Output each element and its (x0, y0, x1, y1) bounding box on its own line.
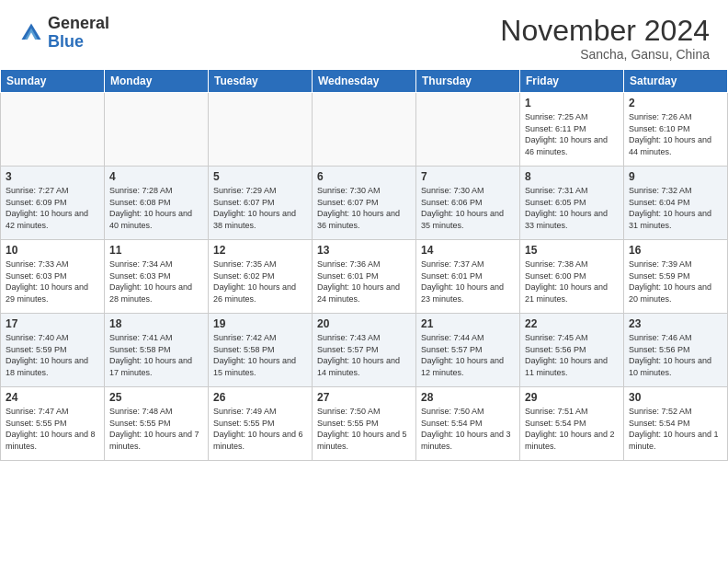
day-info: Sunrise: 7:49 AMSunset: 5:55 PMDaylight:… (213, 406, 307, 452)
calendar-cell: 11Sunrise: 7:34 AMSunset: 6:03 PMDayligh… (105, 240, 209, 314)
calendar-cell: 17Sunrise: 7:40 AMSunset: 5:59 PMDayligh… (1, 314, 105, 387)
day-number: 5 (213, 170, 307, 183)
calendar-cell: 25Sunrise: 7:48 AMSunset: 5:55 PMDayligh… (105, 387, 209, 461)
calendar-cell: 27Sunrise: 7:50 AMSunset: 5:55 PMDayligh… (313, 387, 416, 461)
title-block: November 2024 Sancha, Gansu, China (500, 15, 710, 62)
day-number: 22 (525, 317, 619, 330)
day-number: 3 (6, 170, 99, 183)
calendar-cell: 8Sunrise: 7:31 AMSunset: 6:05 PMDaylight… (520, 167, 624, 240)
calendar-cell (105, 93, 209, 167)
day-number: 4 (109, 170, 203, 183)
day-number: 19 (213, 317, 307, 330)
day-number: 17 (6, 317, 99, 330)
day-number: 28 (421, 391, 515, 404)
calendar-cell: 7Sunrise: 7:30 AMSunset: 6:06 PMDaylight… (416, 167, 520, 240)
day-info: Sunrise: 7:30 AMSunset: 6:07 PMDaylight:… (317, 185, 411, 231)
logo: General Blue (18, 15, 109, 52)
page-header: General Blue November 2024 Sancha, Gansu… (0, 0, 728, 69)
day-info: Sunrise: 7:42 AMSunset: 5:58 PMDaylight:… (213, 332, 307, 378)
day-number: 21 (421, 317, 515, 330)
day-info: Sunrise: 7:30 AMSunset: 6:06 PMDaylight:… (421, 185, 515, 231)
day-info: Sunrise: 7:39 AMSunset: 5:59 PMDaylight:… (629, 259, 722, 304)
calendar-cell: 30Sunrise: 7:52 AMSunset: 5:54 PMDayligh… (624, 387, 728, 461)
day-number: 11 (109, 244, 203, 257)
day-number: 18 (109, 317, 203, 330)
day-info: Sunrise: 7:28 AMSunset: 6:08 PMDaylight:… (109, 185, 203, 231)
week-row-5: 24Sunrise: 7:47 AMSunset: 5:55 PMDayligh… (1, 387, 728, 461)
day-number: 14 (421, 244, 515, 257)
calendar-cell: 19Sunrise: 7:42 AMSunset: 5:58 PMDayligh… (209, 314, 313, 387)
day-number: 8 (525, 170, 619, 183)
day-number: 9 (629, 170, 722, 183)
day-info: Sunrise: 7:44 AMSunset: 5:57 PMDaylight:… (421, 332, 515, 378)
day-number: 13 (317, 244, 411, 257)
day-number: 29 (525, 391, 619, 404)
weekday-header-friday: Friday (520, 70, 624, 93)
weekday-header-monday: Monday (105, 70, 209, 93)
calendar-cell: 4Sunrise: 7:28 AMSunset: 6:08 PMDaylight… (105, 167, 209, 240)
calendar-cell (209, 93, 313, 167)
weekday-header-row: SundayMondayTuesdayWednesdayThursdayFrid… (1, 70, 728, 93)
day-info: Sunrise: 7:27 AMSunset: 6:09 PMDaylight:… (6, 185, 99, 231)
day-info: Sunrise: 7:45 AMSunset: 5:56 PMDaylight:… (525, 332, 619, 378)
day-number: 16 (629, 244, 722, 257)
calendar-cell: 3Sunrise: 7:27 AMSunset: 6:09 PMDaylight… (1, 167, 105, 240)
calendar-cell: 15Sunrise: 7:38 AMSunset: 6:00 PMDayligh… (520, 240, 624, 314)
day-info: Sunrise: 7:41 AMSunset: 5:58 PMDaylight:… (109, 332, 203, 378)
calendar-cell: 9Sunrise: 7:32 AMSunset: 6:04 PMDaylight… (624, 167, 728, 240)
calendar-cell: 16Sunrise: 7:39 AMSunset: 5:59 PMDayligh… (624, 240, 728, 314)
calendar-cell: 21Sunrise: 7:44 AMSunset: 5:57 PMDayligh… (416, 314, 520, 387)
day-info: Sunrise: 7:50 AMSunset: 5:54 PMDaylight:… (421, 406, 515, 452)
calendar-cell: 6Sunrise: 7:30 AMSunset: 6:07 PMDaylight… (313, 167, 416, 240)
calendar-cell: 18Sunrise: 7:41 AMSunset: 5:58 PMDayligh… (105, 314, 209, 387)
calendar-cell: 29Sunrise: 7:51 AMSunset: 5:54 PMDayligh… (520, 387, 624, 461)
calendar-cell: 24Sunrise: 7:47 AMSunset: 5:55 PMDayligh… (1, 387, 105, 461)
day-number: 23 (629, 317, 722, 330)
day-info: Sunrise: 7:47 AMSunset: 5:55 PMDaylight:… (6, 406, 99, 452)
day-number: 25 (109, 391, 203, 404)
day-info: Sunrise: 7:38 AMSunset: 6:00 PMDaylight:… (525, 259, 619, 304)
day-info: Sunrise: 7:31 AMSunset: 6:05 PMDaylight:… (525, 185, 619, 231)
day-info: Sunrise: 7:46 AMSunset: 5:56 PMDaylight:… (629, 332, 722, 378)
day-number: 20 (317, 317, 411, 330)
calendar-cell: 23Sunrise: 7:46 AMSunset: 5:56 PMDayligh… (624, 314, 728, 387)
day-info: Sunrise: 7:40 AMSunset: 5:59 PMDaylight:… (6, 332, 99, 378)
calendar-cell (313, 93, 416, 167)
logo-icon (18, 20, 44, 46)
calendar-cell: 28Sunrise: 7:50 AMSunset: 5:54 PMDayligh… (416, 387, 520, 461)
day-number: 1 (525, 97, 619, 109)
day-number: 24 (6, 391, 99, 404)
weekday-header-wednesday: Wednesday (313, 70, 416, 93)
day-info: Sunrise: 7:33 AMSunset: 6:03 PMDaylight:… (6, 259, 99, 304)
calendar-cell (416, 93, 520, 167)
day-info: Sunrise: 7:37 AMSunset: 6:01 PMDaylight:… (421, 259, 515, 304)
day-info: Sunrise: 7:50 AMSunset: 5:55 PMDaylight:… (317, 406, 411, 452)
day-number: 7 (421, 170, 515, 183)
day-info: Sunrise: 7:34 AMSunset: 6:03 PMDaylight:… (109, 259, 203, 304)
weekday-header-saturday: Saturday (624, 70, 728, 93)
calendar-cell: 12Sunrise: 7:35 AMSunset: 6:02 PMDayligh… (209, 240, 313, 314)
calendar-cell: 14Sunrise: 7:37 AMSunset: 6:01 PMDayligh… (416, 240, 520, 314)
calendar-cell (1, 93, 105, 167)
weekday-header-tuesday: Tuesday (209, 70, 313, 93)
calendar-table: SundayMondayTuesdayWednesdayThursdayFrid… (0, 69, 728, 461)
day-info: Sunrise: 7:25 AMSunset: 6:11 PMDaylight:… (525, 111, 619, 157)
calendar-cell: 1Sunrise: 7:25 AMSunset: 6:11 PMDaylight… (520, 93, 624, 167)
week-row-4: 17Sunrise: 7:40 AMSunset: 5:59 PMDayligh… (1, 314, 728, 387)
day-number: 26 (213, 391, 307, 404)
calendar-cell: 13Sunrise: 7:36 AMSunset: 6:01 PMDayligh… (313, 240, 416, 314)
calendar-cell: 26Sunrise: 7:49 AMSunset: 5:55 PMDayligh… (209, 387, 313, 461)
day-info: Sunrise: 7:32 AMSunset: 6:04 PMDaylight:… (629, 185, 722, 231)
calendar-cell: 2Sunrise: 7:26 AMSunset: 6:10 PMDaylight… (624, 93, 728, 167)
day-info: Sunrise: 7:29 AMSunset: 6:07 PMDaylight:… (213, 185, 307, 231)
day-info: Sunrise: 7:36 AMSunset: 6:01 PMDaylight:… (317, 259, 411, 304)
day-info: Sunrise: 7:48 AMSunset: 5:55 PMDaylight:… (109, 406, 203, 452)
logo-blue-text: Blue (48, 32, 84, 51)
week-row-1: 1Sunrise: 7:25 AMSunset: 6:11 PMDaylight… (1, 93, 728, 167)
day-info: Sunrise: 7:26 AMSunset: 6:10 PMDaylight:… (629, 111, 722, 157)
day-info: Sunrise: 7:52 AMSunset: 5:54 PMDaylight:… (629, 406, 722, 452)
day-number: 2 (629, 97, 722, 109)
day-number: 15 (525, 244, 619, 257)
weekday-header-sunday: Sunday (1, 70, 105, 93)
month-title: November 2024 (500, 15, 710, 47)
